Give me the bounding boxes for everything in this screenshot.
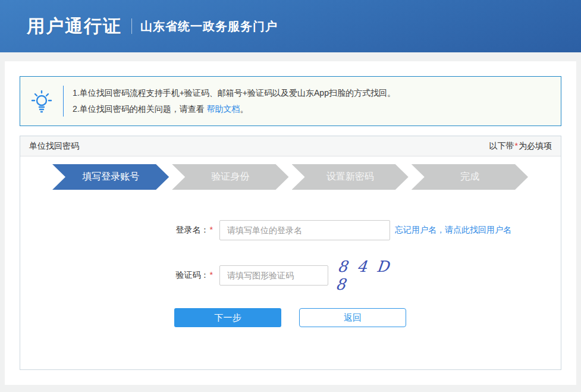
notice-box: 1.单位找回密码流程支持手机+验证码、邮箱号+验证码以及爱山东App扫脸的方式找… [20,76,561,126]
captcha-image[interactable]: 8 4 D 8 [335,265,403,286]
button-row: 下一步 返回 [20,308,561,327]
main-container: 1.单位找回密码流程支持手机+验证码、邮箱号+验证码以及爱山东App扫脸的方式找… [5,61,576,385]
login-name-row: 登录名：* 忘记用户名，请点此找回用户名 [20,220,561,240]
forgot-username-link[interactable]: 忘记用户名，请点此找回用户名 [395,225,511,236]
login-name-label: 登录名：* [20,225,219,236]
login-name-input[interactable] [219,220,390,240]
help-doc-link[interactable]: 帮助文档 [207,104,240,114]
password-recovery-panel: 单位找回密码 以下带*为必填项 填写登录账号 验证身份 设置新密码 完成 登录名… [20,136,561,370]
required-asterisk: * [209,270,213,280]
back-button[interactable]: 返回 [299,308,406,327]
step-complete: 完成 [412,164,528,190]
step-indicator: 填写登录账号 验证身份 设置新密码 完成 [52,164,528,190]
captcha-row: 验证码：* 8 4 D 8 [20,265,561,286]
header: 用户通行证 山东省统一政务服务门户 [0,0,581,52]
page-title: 用户通行证 [27,14,122,39]
next-step-button[interactable]: 下一步 [174,308,281,327]
notice-text: 1.单位找回密码流程支持手机+验证码、邮箱号+验证码以及爱山东App扫脸的方式找… [64,85,395,117]
header-subtitle: 山东省统一政务服务门户 [140,18,278,35]
required-asterisk: * [514,141,519,150]
notice-line-1: 1.单位找回密码流程支持手机+验证码、邮箱号+验证码以及爱山东App扫脸的方式找… [73,85,395,101]
notice-line-2: 2.单位找回密码的相关问题，请查看 帮助文档。 [73,101,395,117]
required-note: 以下带*为必填项 [489,141,552,152]
lightbulb-icon [20,89,63,113]
panel-title: 单位找回密码 [29,141,79,152]
captcha-input[interactable] [219,265,328,286]
step-verify-identity: 验证身份 [172,164,288,190]
header-divider [131,18,132,34]
required-asterisk: * [209,225,213,234]
captcha-label: 验证码：* [20,270,219,281]
step-fill-account: 填写登录账号 [52,164,169,190]
step-set-new-password: 设置新密码 [292,164,409,190]
panel-header: 单位找回密码 以下带*为必填项 [20,136,561,156]
